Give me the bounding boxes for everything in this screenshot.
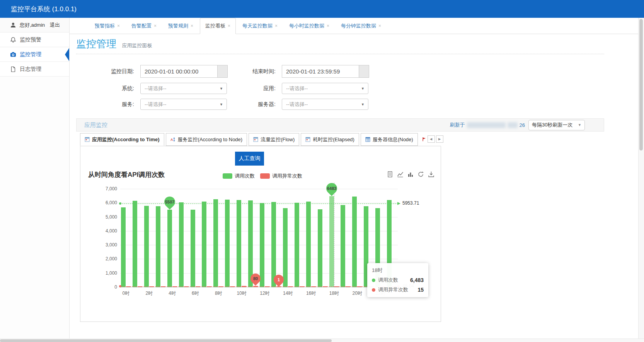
bar-calls-15时[interactable] <box>295 203 299 287</box>
bar-calls-4时[interactable] <box>167 210 172 287</box>
chart-legend: 调用次数 调用异常次数 <box>223 173 302 180</box>
bar-chart-icon[interactable] <box>407 171 414 178</box>
bar-calls-1时[interactable] <box>133 201 137 287</box>
line-chart-icon[interactable] <box>397 171 404 178</box>
bar-calls-3时[interactable] <box>156 206 160 287</box>
bar-calls-8时[interactable] <box>213 199 218 287</box>
select-value: --请选择-- <box>286 85 308 92</box>
tab-close-icon[interactable]: × <box>228 23 230 29</box>
bar-calls-2时[interactable] <box>144 206 149 287</box>
sidebar-item-label: 日志管理 <box>20 66 41 73</box>
y-axis-tick: 1,000 <box>96 270 117 276</box>
charttab-service-monitor-node[interactable]: A 服务监控(According to Node) <box>166 133 247 146</box>
panel-grid-icon <box>305 137 310 142</box>
charttab-elapsed-monitor[interactable]: 耗时监控(Elapsed) <box>301 133 359 146</box>
sidebar-item-monitor-manage[interactable]: 监控管理 <box>0 47 69 62</box>
select-value: --请选择-- <box>145 101 166 108</box>
tab-close-icon[interactable]: × <box>378 23 381 29</box>
charttab-label: 流量监控(Flow) <box>261 136 295 143</box>
refresh-label: 刷新于 <box>450 121 465 128</box>
interval-value: 每隔30秒刷新一次 <box>532 121 572 128</box>
scroll-right-button[interactable]: ▶ <box>436 135 443 143</box>
tab-minute-monitor-data[interactable]: 每分钟监控数据× <box>336 18 386 34</box>
horizontal-scrollbar-thumb[interactable] <box>0 339 332 342</box>
x-axis-tick: 14时 <box>283 290 293 297</box>
charttab-label: 耗时监控(Elapsed) <box>313 136 354 143</box>
tab-alert-rules[interactable]: 预警规则× <box>163 18 198 34</box>
legend-item-errors[interactable]: 调用异常次数 <box>260 173 302 180</box>
x-axis-tick: 12时 <box>260 290 269 297</box>
charttab-server-info[interactable]: 服务器信息(Node) <box>361 133 418 146</box>
tab-close-icon[interactable]: × <box>275 23 278 29</box>
scroll-left-button[interactable]: ◀ <box>428 135 435 143</box>
legend-label: 调用异常次数 <box>272 173 302 180</box>
bar-calls-9时[interactable] <box>225 200 230 287</box>
tab-label: 告警配置 <box>131 22 152 29</box>
markpoint-pin-80: 80 <box>250 274 261 284</box>
bar-calls-16时[interactable] <box>306 202 311 287</box>
gridline <box>120 287 398 287</box>
server-select[interactable]: --请选择--▼ <box>282 99 368 110</box>
refresh-status: 刷新于 26 <box>450 121 525 128</box>
tab-close-icon[interactable]: × <box>327 23 329 29</box>
gridline <box>120 189 398 189</box>
y-axis-tick: 7,000 <box>96 186 117 192</box>
download-icon[interactable] <box>428 171 434 178</box>
charttab-app-monitor-time[interactable]: 应用监控(According to Time) <box>80 133 164 146</box>
tab-alarm-config[interactable]: 告警配置× <box>126 18 162 34</box>
svg-text:A: A <box>170 138 173 142</box>
bar-calls-10时[interactable] <box>237 200 241 287</box>
system-select[interactable]: --请选择--▼ <box>140 83 227 94</box>
tooltip-title: 18时 <box>372 267 424 274</box>
field-label: 系统: <box>76 85 134 92</box>
charttab-flow-monitor[interactable]: 流量监控(Flow) <box>249 133 299 146</box>
bar-calls-17时[interactable] <box>318 209 322 287</box>
tab-close-icon[interactable]: × <box>117 23 120 29</box>
legend-swatch-green <box>223 173 232 179</box>
tab-close-icon[interactable]: × <box>154 23 157 29</box>
manual-query-button[interactable]: 人工查询 <box>235 152 264 166</box>
sidebar-item-monitor-alert[interactable]: 监控预警 <box>0 32 69 47</box>
end-datepicker-button[interactable] <box>359 65 369 77</box>
tab-alert-indicators[interactable]: 预警指标× <box>90 18 125 34</box>
bar-calls-18时[interactable] <box>329 196 334 287</box>
bar-calls-20时[interactable] <box>352 197 357 287</box>
tab-label: 每天监控数据 <box>242 22 273 29</box>
select-value: --请选择-- <box>286 101 308 108</box>
field-label: 服务: <box>76 101 134 108</box>
start-datetime-input[interactable]: 2020-01-01 00:00:00 <box>141 65 217 77</box>
restore-icon[interactable] <box>417 171 424 178</box>
sidebar-item-label: 监控管理 <box>20 51 41 58</box>
refresh-interval-select[interactable]: 每隔30秒刷新一次 ▼ <box>528 120 585 130</box>
application-select[interactable]: --请选择--▼ <box>282 83 368 94</box>
bar-calls-0时[interactable] <box>121 207 126 287</box>
plot-area[interactable]: 7,0006,0005,0004,0003,0002,0001,00000时2时… <box>120 189 398 287</box>
user-row: 您好,admin 退出 <box>0 18 69 32</box>
x-axis-tick: 16时 <box>306 290 316 297</box>
red-flag-icon <box>422 137 426 142</box>
bar-calls-6时[interactable] <box>191 210 195 287</box>
bar-calls-7时[interactable] <box>202 202 206 287</box>
tab-label: 每小时监控数据 <box>289 22 324 29</box>
chart-card: 人工查询 从时间角度看API调用次数 调用次数 调用异常次数 7,0006,00… <box>80 146 441 322</box>
vertical-scrollbar-thumb[interactable] <box>639 19 643 150</box>
tab-monitor-dashboard[interactable]: 监控看板× <box>200 18 236 34</box>
end-datetime-input[interactable]: 2020-01-01 23:59:59 <box>282 65 359 77</box>
tab-daily-monitor-data[interactable]: 每天监控数据× <box>237 18 283 34</box>
field-server: 服务器: --请选择--▼ <box>218 99 368 110</box>
bar-calls-19时[interactable] <box>341 205 345 287</box>
panel-title: 应用监控 <box>84 121 107 129</box>
sidebar-item-log-manage[interactable]: 日志管理 <box>0 62 69 77</box>
user-icon <box>10 22 16 28</box>
start-datetime-box: 2020-01-01 00:00:00 <box>140 65 228 78</box>
tab-hourly-monitor-data[interactable]: 每小时监控数据× <box>284 18 334 34</box>
bar-calls-5时[interactable] <box>179 202 184 287</box>
service-select[interactable]: --请选择--▼ <box>140 99 227 110</box>
tab-label: 预警指标 <box>95 22 115 29</box>
legend-label: 调用次数 <box>235 173 255 180</box>
data-view-icon[interactable] <box>387 171 393 178</box>
logout-link[interactable]: 退出 <box>50 22 60 29</box>
legend-item-calls[interactable]: 调用次数 <box>223 173 255 180</box>
heading-divider <box>76 54 604 54</box>
tab-close-icon[interactable]: × <box>191 23 193 29</box>
